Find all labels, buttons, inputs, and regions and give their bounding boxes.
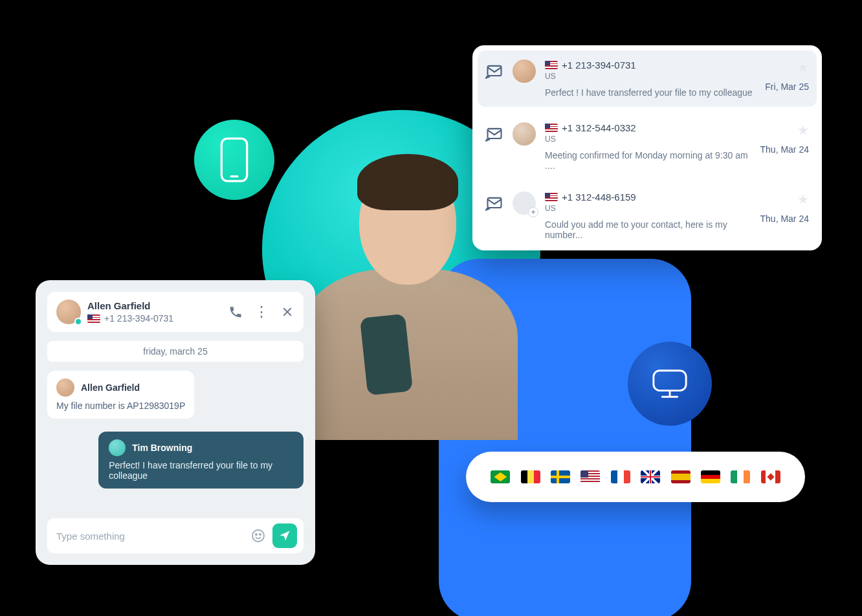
inbox-country: US	[545, 204, 751, 213]
date-divider: friday, march 25	[47, 341, 304, 362]
inbox-date: Thu, Mar 24	[760, 144, 809, 155]
message-input[interactable]	[54, 525, 244, 547]
flag-canada-icon[interactable]	[761, 470, 780, 483]
badge-blue-circle	[628, 342, 712, 426]
inbox-preview: Meeting confirmed for Monday morning at …	[545, 150, 751, 171]
inbox-item[interactable]: +1 213-394-0731 US Perfect ! I have tran…	[478, 50, 817, 107]
country-flag-strip	[466, 452, 805, 502]
incoming-message: Allen Garfield My file number is AP12983…	[47, 371, 194, 419]
call-button[interactable]	[228, 305, 243, 319]
svg-rect-2	[654, 371, 686, 391]
inbox-date: Fri, Mar 25	[765, 82, 809, 92]
us-flag-icon	[87, 314, 100, 323]
flag-france-icon[interactable]	[611, 470, 630, 483]
flag-ireland-icon[interactable]	[731, 470, 750, 483]
inbox-item[interactable]: +1 312-544-0332 US Meeting confirmed for…	[472, 112, 822, 181]
inbox-preview: Could you add me to your contact, here i…	[545, 219, 751, 240]
inbox-country: US	[545, 135, 751, 144]
flag-uk-icon[interactable]	[641, 470, 660, 483]
chat-header: Allen Garfield +1 213-394-0731 ⋮	[47, 292, 304, 332]
svg-rect-1	[230, 175, 238, 177]
inbox-country: US	[545, 72, 756, 81]
more-button[interactable]: ⋮	[254, 305, 269, 319]
us-flag-icon	[545, 61, 558, 69]
inbox-avatar-placeholder: +	[513, 192, 536, 215]
contact-avatar[interactable]	[56, 300, 81, 324]
flag-usa-icon[interactable]	[580, 470, 600, 483]
flag-spain-icon[interactable]	[671, 470, 691, 483]
add-contact-icon[interactable]: +	[528, 207, 538, 217]
flag-brazil-icon[interactable]	[491, 470, 510, 483]
us-flag-icon	[545, 124, 558, 132]
reply-icon	[485, 194, 503, 212]
msg-avatar	[56, 379, 74, 397]
inbox-avatar	[513, 122, 536, 146]
close-button[interactable]	[280, 305, 294, 319]
contact-phone: +1 213-394-0731	[104, 313, 173, 324]
msg-sender: Tim Browning	[132, 443, 192, 453]
svg-rect-0	[221, 138, 247, 181]
star-icon[interactable]: ★	[797, 60, 809, 75]
phone-icon	[219, 137, 249, 182]
svg-rect-8	[488, 66, 502, 76]
flag-belgium-icon[interactable]	[521, 470, 540, 483]
send-button[interactable]	[272, 523, 297, 548]
flag-germany-icon[interactable]	[701, 470, 720, 483]
flag-sweden-icon[interactable]	[551, 470, 570, 483]
msg-sender: Allen Garfield	[81, 382, 140, 393]
reply-icon	[485, 62, 503, 80]
inbox-phone: +1 213-394-0731	[562, 60, 636, 71]
badge-teal-circle	[194, 120, 274, 200]
monitor-icon	[651, 368, 689, 400]
svg-point-5	[252, 530, 264, 542]
svg-point-6	[256, 534, 257, 535]
svg-rect-10	[488, 198, 502, 208]
inbox-preview: Perfect ! I have transferred your file t…	[545, 87, 756, 98]
inbox-phone: +1 312-448-6159	[562, 192, 636, 203]
inbox-date: Thu, Mar 24	[760, 214, 809, 224]
chat-panel: Allen Garfield +1 213-394-0731 ⋮ friday,…	[36, 280, 315, 565]
svg-rect-9	[488, 129, 502, 138]
msg-avatar	[109, 439, 126, 456]
inbox-panel: +1 213-394-0731 US Perfect ! I have tran…	[472, 45, 822, 250]
msg-body: My file number is AP12983019P	[56, 401, 185, 411]
star-icon[interactable]: ★	[797, 122, 809, 138]
inbox-avatar	[513, 60, 536, 83]
svg-point-7	[260, 534, 261, 535]
contact-name: Allen Garfield	[87, 300, 222, 311]
inbox-phone: +1 312-544-0332	[562, 122, 636, 133]
star-icon[interactable]: ★	[797, 192, 809, 207]
presence-online	[74, 318, 82, 325]
outgoing-message: Tim Browning Perfect! I have transferred…	[98, 432, 304, 489]
emoji-button[interactable]	[250, 528, 266, 544]
inbox-item[interactable]: + +1 312-448-6159 US Could you add me to…	[472, 181, 822, 250]
us-flag-icon	[545, 193, 558, 201]
msg-body: Perfect! I have transferred your file to…	[109, 460, 293, 481]
composer	[47, 518, 304, 553]
reply-icon	[485, 125, 503, 143]
